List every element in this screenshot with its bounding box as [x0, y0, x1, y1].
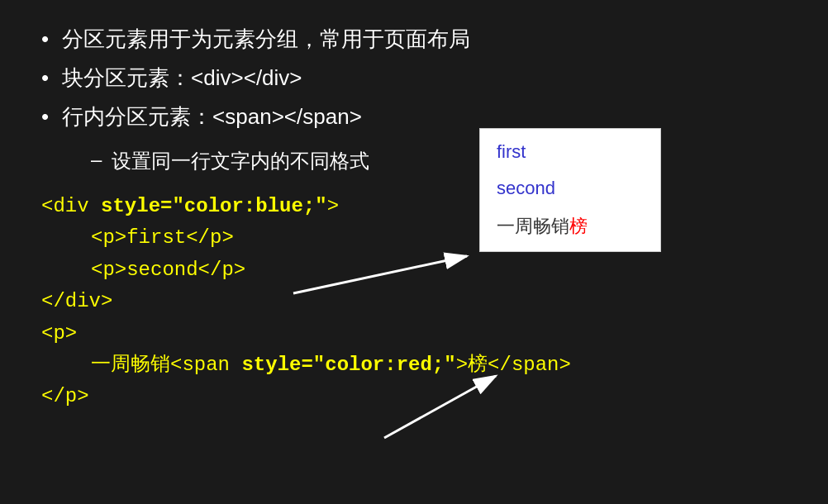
bullet-dot-3: •: [41, 104, 49, 130]
preview-first: first: [497, 141, 644, 163]
sub-bullet-text: 设置同一行文字内的不同格式: [112, 148, 369, 174]
bullet-text-2: 块分区元素：<div></div>: [62, 64, 302, 93]
preview-mixed-red: 榜: [569, 216, 588, 236]
code-line-2: <p>first</p>: [91, 222, 787, 254]
code-line-5: <p>: [41, 318, 787, 349]
bullet-item-1: • 分区元素用于为元素分组，常用于页面布局: [41, 25, 787, 54]
bullet-item-3: • 行内分区元素：<span></span>: [41, 102, 787, 131]
svg-line-3: [384, 376, 496, 438]
preview-box: first second 一周畅销榜: [479, 128, 661, 252]
preview-mixed-black: 一周畅销: [497, 216, 569, 236]
bullet-dot-1: •: [41, 26, 49, 52]
code-line-1: <div style="color:blue;">: [41, 191, 787, 222]
svg-line-1: [293, 256, 467, 293]
bullet-text-3: 行内分区元素：<span></span>: [62, 102, 362, 131]
bullet-dot-2: •: [41, 65, 49, 91]
preview-mixed: 一周畅销榜: [497, 214, 644, 239]
sub-bullet: – 设置同一行文字内的不同格式: [91, 148, 787, 174]
bullet-item-2: • 块分区元素：<div></div>: [41, 64, 787, 93]
arrow1: [293, 252, 475, 302]
sub-dot: –: [91, 148, 102, 171]
bullet-list: • 分区元素用于为元素分组，常用于页面布局 • 块分区元素：<div></div…: [41, 25, 787, 131]
bullet-text-1: 分区元素用于为元素分组，常用于页面布局: [62, 25, 470, 54]
arrow2: [384, 372, 508, 446]
preview-second: second: [497, 178, 644, 199]
